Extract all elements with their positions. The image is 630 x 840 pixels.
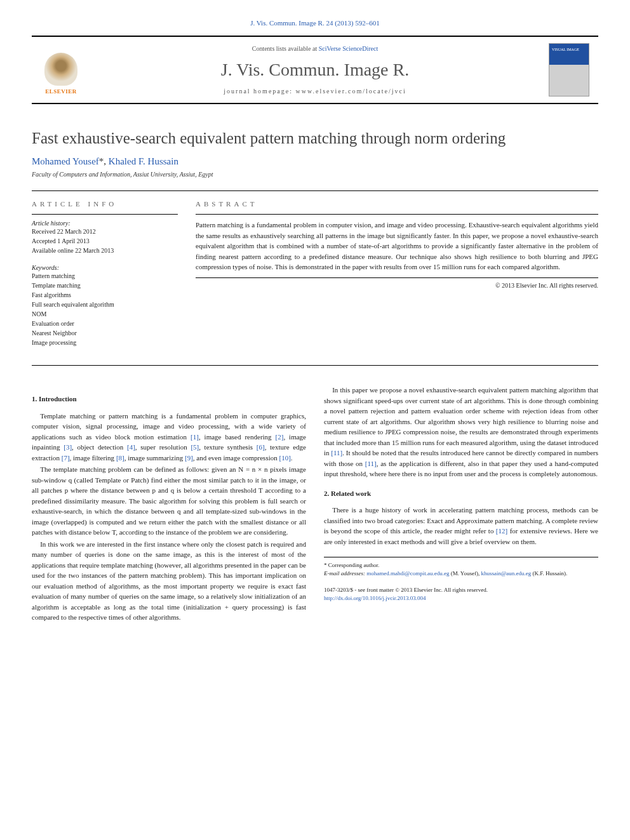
corresponding-author-note: * Corresponding author. (324, 561, 598, 570)
ref-link[interactable]: [12] (496, 527, 507, 535)
abstract-text: Pattern matching is a fundamental proble… (196, 214, 598, 278)
intro-para-3: In this work we are interested in the fi… (32, 539, 306, 623)
keyword-item: Full search equivalent algorithm (32, 300, 178, 309)
intro-para-2: The template matching problem can be def… (32, 464, 306, 538)
author-link-1[interactable]: Mohamed Yousef (32, 156, 99, 166)
keyword-item: NOM (32, 309, 178, 319)
keyword-item: Pattern matching (32, 271, 178, 281)
contents-prefix: Contents lists available at (252, 45, 319, 52)
keyword-item: Nearest Neighbor (32, 328, 178, 338)
email-addresses-line: E-mail addresses: mohamed.mahdi@compit.a… (324, 570, 598, 578)
related-para-1: There is a huge history of work in accel… (324, 505, 598, 547)
authors-line: Mohamed Yousef*, Khaled F. Hussain (32, 156, 598, 167)
keyword-item: Fast algorithms (32, 290, 178, 300)
body-columns: 1. Introduction Template matching or pat… (32, 385, 598, 623)
ref-link[interactable]: [11] (331, 449, 342, 457)
abstract-copyright: © 2013 Elsevier Inc. All rights reserved… (196, 282, 598, 289)
received-line: Received 22 March 2012 (32, 227, 178, 236)
ref-link[interactable]: [9] (185, 454, 193, 462)
ref-link[interactable]: [4] (127, 443, 135, 451)
paper-title: Fast exhaustive-search equivalent patter… (32, 130, 598, 147)
ref-link[interactable]: [5] (191, 443, 199, 451)
ref-link[interactable]: [3] (64, 443, 72, 451)
author-separator: , (104, 156, 109, 166)
ref-link[interactable]: [7] (62, 454, 70, 462)
email-link-1[interactable]: mohamed.mahdi@compit.au.edu.eg (366, 570, 449, 577)
article-history-block: Article history: Received 22 March 2012 … (32, 214, 178, 255)
article-info-panel: ARTICLE INFO Article history: Received 2… (32, 191, 178, 365)
journal-title: J. Vis. Commun. Image R. (81, 60, 549, 80)
journal-center: Contents lists available at SciVerse Sci… (81, 45, 549, 95)
abstract-panel: ABSTRACT Pattern matching is a fundament… (196, 191, 598, 365)
history-label: Article history: (32, 220, 178, 227)
elsevier-logo: ELSEVIER (41, 45, 81, 95)
keyword-item: Image processing (32, 338, 178, 347)
keywords-label: Keywords: (32, 264, 178, 271)
elsevier-tree-icon (44, 53, 77, 86)
abstract-heading: ABSTRACT (196, 200, 598, 208)
section-2-title: 2. Related work (324, 488, 598, 499)
ref-link[interactable]: [2] (276, 433, 284, 441)
intro-para-4: In this paper we propose a novel exhaust… (324, 385, 598, 479)
contents-available-line: Contents lists available at SciVerse Sci… (81, 45, 549, 52)
keywords-list: Pattern matching Template matching Fast … (32, 271, 178, 347)
footer-meta: 1047-3203/$ - see front matter © 2013 El… (324, 586, 598, 602)
affiliation: Faculty of Computers and Information, As… (32, 171, 598, 178)
author-link-2[interactable]: Khaled F. Hussain (109, 156, 178, 166)
sciencedirect-link[interactable]: SciVerse ScienceDirect (319, 45, 379, 52)
journal-cover-thumbnail (549, 43, 589, 97)
header-citation: J. Vis. Commun. Image R. 24 (2013) 592–6… (32, 19, 598, 27)
online-line: Available online 22 March 2013 (32, 246, 178, 255)
email-link-2[interactable]: khussain@aun.edu.eg (481, 570, 531, 577)
ref-link[interactable]: [6] (257, 443, 265, 451)
publisher-name: ELSEVIER (45, 88, 77, 95)
ref-link[interactable]: [8] (116, 454, 124, 462)
ref-link[interactable]: [10] (279, 454, 290, 462)
keyword-item: Evaluation order (32, 319, 178, 328)
journal-header-box: ELSEVIER Contents lists available at Sci… (32, 36, 598, 104)
keyword-item: Template matching (32, 281, 178, 290)
section-1-title: 1. Introduction (32, 394, 306, 404)
article-info-heading: ARTICLE INFO (32, 200, 178, 208)
issn-line: 1047-3203/$ - see front matter © 2013 El… (324, 586, 598, 594)
footnotes: * Corresponding author. E-mail addresses… (324, 557, 598, 577)
abstract-body: Pattern matching is a fundamental proble… (196, 221, 598, 270)
doi-link[interactable]: http://dx.doi.org/10.1016/j.jvcir.2013.0… (324, 595, 426, 601)
journal-homepage: journal homepage: www.elsevier.com/locat… (81, 88, 549, 95)
ref-link[interactable]: [11] (365, 460, 377, 467)
keywords-block: Keywords: Pattern matching Template matc… (32, 264, 178, 347)
ref-link[interactable]: [1] (191, 433, 199, 441)
intro-para-1: Template matching or pattern matching is… (32, 411, 306, 463)
info-abstract-row: ARTICLE INFO Article history: Received 2… (32, 190, 598, 366)
accepted-line: Accepted 1 April 2013 (32, 236, 178, 246)
